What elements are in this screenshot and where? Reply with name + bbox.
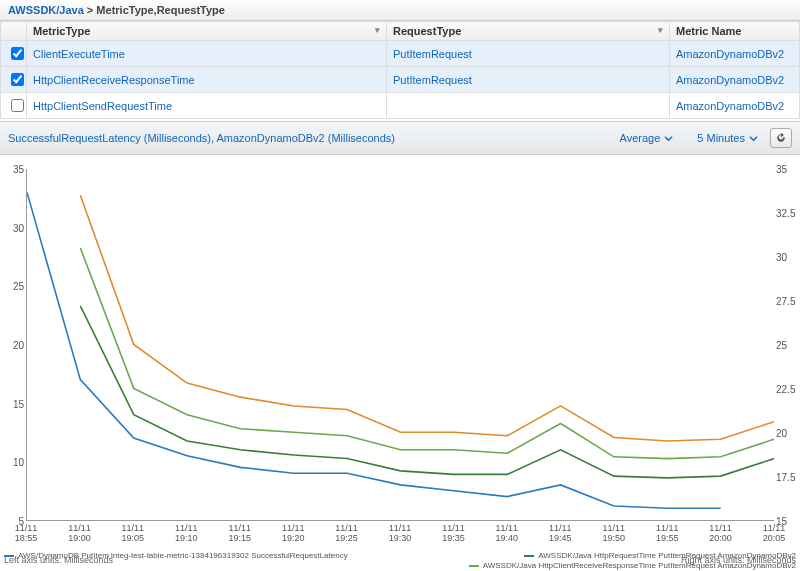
col-checkbox	[1, 22, 27, 41]
refresh-icon	[775, 132, 787, 144]
legend-item: AWS/DynamoDB PutItem integ-test-table-me…	[4, 551, 390, 560]
chart-title: SuccessfulRequestLatency (Milliseconds),…	[8, 132, 608, 144]
chart-legend: AWS/DynamoDB PutItem integ-test-table-me…	[4, 550, 796, 571]
y-axis-right: 1517.52022.52527.53032.535	[776, 169, 800, 521]
legend-item: AWSSDK/Java HttpClientReceiveResponseTim…	[410, 561, 796, 570]
chevron-down-icon	[664, 134, 673, 143]
legend-swatch	[4, 555, 14, 557]
period-dropdown[interactable]: 5 Minutes	[697, 132, 758, 144]
chart-toolbar: SuccessfulRequestLatency (Milliseconds),…	[0, 121, 800, 155]
row-checkbox[interactable]	[11, 73, 24, 86]
legend-swatch	[524, 555, 534, 557]
table-row[interactable]: ClientExecuteTimePutItemRequestAmazonDyn…	[1, 41, 800, 67]
breadcrumb-root[interactable]: AWSSDK/Java	[8, 4, 84, 16]
col-metrictype[interactable]: MetricType▾	[27, 22, 387, 41]
chevron-down-icon	[749, 134, 758, 143]
requesttype-link[interactable]: PutItemRequest	[393, 74, 472, 86]
row-checkbox[interactable]	[11, 99, 24, 112]
metricname-link[interactable]: AmazonDynamoDBv2	[676, 100, 784, 112]
breadcrumb: AWSSDK/Java > MetricType,RequestType	[0, 0, 800, 21]
metricname-link[interactable]: AmazonDynamoDBv2	[676, 48, 784, 60]
sort-icon: ▾	[375, 25, 380, 35]
metrictype-link[interactable]: ClientExecuteTime	[33, 48, 125, 60]
refresh-button[interactable]	[770, 128, 792, 148]
x-axis: 11/1118:5511/1119:0011/1119:0511/1119:10…	[26, 523, 774, 551]
col-metricname[interactable]: Metric Name	[670, 22, 800, 41]
legend-item: AWSSDK/Java HttpRequestTime PutItemReque…	[410, 551, 796, 560]
legend-swatch	[469, 565, 479, 567]
y-axis-left: 5101520253035	[0, 169, 24, 521]
row-checkbox[interactable]	[11, 47, 24, 60]
metrictype-link[interactable]: HttpClientSendRequestTime	[33, 100, 172, 112]
sort-icon: ▾	[658, 25, 663, 35]
chart-plot[interactable]	[26, 169, 774, 521]
metrictype-link[interactable]: HttpClientReceiveResponseTime	[33, 74, 195, 86]
col-requesttype[interactable]: RequestType▾	[387, 22, 670, 41]
breadcrumb-leaf: MetricType,RequestType	[96, 4, 225, 16]
table-row[interactable]: HttpClientReceiveResponseTimePutItemRequ…	[1, 67, 800, 93]
metrics-table: MetricType▾ RequestType▾ Metric Name Cli…	[0, 21, 800, 119]
chart-area: 5101520253035 1517.52022.52527.53032.535…	[0, 161, 800, 571]
metricname-link[interactable]: AmazonDynamoDBv2	[676, 74, 784, 86]
requesttype-link[interactable]: PutItemRequest	[393, 48, 472, 60]
table-row[interactable]: HttpClientSendRequestTimeAmazonDynamoDBv…	[1, 93, 800, 119]
statistic-dropdown[interactable]: Average	[620, 132, 674, 144]
